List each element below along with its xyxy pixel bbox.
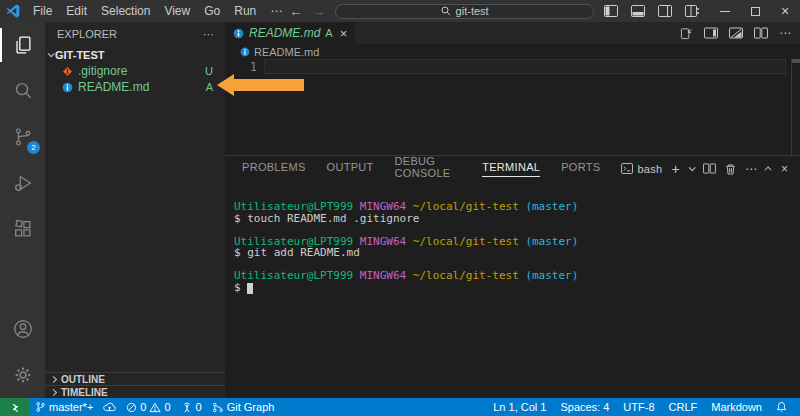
- activity-bar: 2: [0, 22, 45, 398]
- menu-go[interactable]: Go: [197, 4, 227, 18]
- terminal-cursor: [247, 283, 253, 294]
- activity-source-control[interactable]: 2: [0, 114, 45, 160]
- breadcrumb-item[interactable]: README.md: [254, 46, 319, 58]
- toggle-secondary-sidebar-icon[interactable]: [658, 5, 672, 17]
- navigate-back-icon[interactable]: ←: [289, 4, 302, 19]
- editor-tab-bar: README.md A × ⋯: [225, 22, 800, 44]
- outline-label: OUTLINE: [61, 374, 105, 385]
- tab-git-badge: A: [325, 27, 332, 39]
- open-changes-icon[interactable]: [680, 27, 693, 40]
- activity-settings[interactable]: [0, 352, 45, 398]
- new-terminal-icon[interactable]: +: [672, 162, 680, 176]
- annotation-arrow-tail: [233, 79, 304, 91]
- search-icon: [441, 6, 451, 16]
- terminal-output[interactable]: Utilisateur@LPT999MINGW64~/local/git-tes…: [225, 181, 800, 305]
- indentation-status[interactable]: Spaces: 4: [553, 401, 616, 413]
- maximize-panel-icon[interactable]: [765, 166, 772, 173]
- terminal-dropdown-icon[interactable]: [689, 164, 696, 171]
- outline-section[interactable]: OUTLINE: [45, 372, 225, 385]
- kill-terminal-trash-icon[interactable]: [725, 163, 736, 175]
- notifications-bell-icon[interactable]: [769, 401, 794, 413]
- search-icon: [12, 80, 34, 102]
- file-row-gitignore[interactable]: .gitignore U: [45, 63, 225, 79]
- terminal-shell-selector[interactable]: bash: [621, 163, 662, 175]
- open-preview-icon[interactable]: [704, 27, 718, 39]
- warning-icon: [149, 402, 161, 413]
- activity-extensions[interactable]: [0, 206, 45, 252]
- breadcrumb[interactable]: README.md: [225, 44, 800, 59]
- panel-more-actions-icon[interactable]: ⋯: [745, 162, 758, 176]
- panel-tab-output[interactable]: OUTPUT: [327, 161, 374, 177]
- ports-count: 0: [196, 401, 202, 413]
- bottom-panel: PROBLEMS OUTPUT DEBUG CONSOLE TERMINAL P…: [225, 155, 800, 398]
- split-editor-icon[interactable]: [754, 27, 768, 39]
- terminal-block: Utilisateur@LPT999MINGW64~/local/git-tes…: [234, 236, 800, 259]
- run-debug-icon: [12, 172, 34, 194]
- git-branch-status[interactable]: master*+: [30, 401, 98, 413]
- tab-close-icon[interactable]: ×: [340, 27, 348, 40]
- timeline-section[interactable]: TIMELINE: [45, 385, 225, 398]
- forwarded-ports-status[interactable]: 0: [176, 401, 207, 413]
- activity-search[interactable]: [0, 68, 45, 114]
- preview-side-icon[interactable]: [729, 27, 743, 39]
- publish-changes-button[interactable]: [98, 402, 121, 412]
- split-terminal-icon[interactable]: [703, 163, 716, 174]
- eol-status[interactable]: CRLF: [662, 401, 705, 413]
- menu-bar: File Edit Selection View Go Run ⋯: [26, 4, 289, 18]
- terminal-icon: [621, 163, 633, 174]
- menu-run[interactable]: Run: [227, 4, 263, 18]
- editor-more-actions-icon[interactable]: ⋯: [779, 26, 791, 40]
- tab-readme[interactable]: README.md A ×: [225, 22, 355, 44]
- panel-tab-terminal[interactable]: TERMINAL: [482, 161, 540, 177]
- terminal-input-line[interactable]: $: [234, 282, 800, 294]
- file-row-readme[interactable]: README.md A: [45, 79, 225, 95]
- activity-accounts[interactable]: [0, 306, 45, 352]
- file-name: README.md: [78, 80, 149, 94]
- search-value: git-test: [456, 5, 489, 17]
- toggle-panel-icon[interactable]: [631, 5, 645, 17]
- activity-run-debug[interactable]: [0, 160, 45, 206]
- window-close-button[interactable]: ×: [770, 0, 800, 22]
- customize-layout-icon[interactable]: [685, 5, 700, 17]
- folder-section-git-test[interactable]: GIT-TEST: [45, 46, 225, 63]
- panel-tab-debug-console[interactable]: DEBUG CONSOLE: [395, 155, 462, 183]
- close-panel-icon[interactable]: ×: [781, 162, 789, 176]
- menu-selection[interactable]: Selection: [94, 4, 157, 18]
- chevron-right-icon: [50, 388, 57, 395]
- navigate-forward-icon[interactable]: →: [312, 4, 325, 19]
- panel-tab-ports[interactable]: PORTS: [561, 161, 600, 177]
- menu-overflow[interactable]: ⋯: [263, 4, 289, 18]
- language-mode-status[interactable]: Markdown: [704, 401, 769, 413]
- cloud-upload-icon: [103, 402, 116, 412]
- line-number: 1: [225, 60, 257, 74]
- activity-explorer[interactable]: [0, 22, 45, 68]
- error-icon: [126, 402, 137, 413]
- cursor-position-status[interactable]: Ln 1, Col 1: [486, 401, 553, 413]
- editor-scrollbar-slider[interactable]: [792, 59, 800, 63]
- explorer-title: EXPLORER: [57, 28, 117, 40]
- files-icon: [12, 34, 34, 56]
- menu-file[interactable]: File: [26, 4, 59, 18]
- folder-section-label: GIT-TEST: [55, 49, 105, 61]
- editor-pane[interactable]: 1: [225, 59, 800, 155]
- panel-tab-problems[interactable]: PROBLEMS: [242, 161, 306, 177]
- tab-label: README.md: [249, 26, 320, 40]
- command-center-search[interactable]: git-test: [335, 4, 594, 19]
- chevron-down-icon: [48, 50, 55, 57]
- menu-view[interactable]: View: [157, 4, 197, 18]
- menu-edit[interactable]: Edit: [59, 4, 94, 18]
- terminal-prompt-line: Utilisateur@LPT999MINGW64~/local/git-tes…: [234, 201, 800, 213]
- remote-icon: [10, 402, 21, 413]
- annotation-arrow: [217, 74, 305, 96]
- remote-indicator-button[interactable]: [0, 398, 30, 416]
- window-maximize-button[interactable]: [740, 0, 770, 22]
- annotation-arrow-head-icon: [217, 74, 234, 96]
- explorer-more-actions-icon[interactable]: ⋯: [203, 28, 215, 41]
- toggle-sidebar-icon[interactable]: [604, 5, 618, 17]
- encoding-status[interactable]: UTF-8: [616, 401, 661, 413]
- window-minimize-button[interactable]: [710, 0, 740, 22]
- extensions-icon: [12, 218, 34, 240]
- git-graph-button[interactable]: Git Graph: [207, 401, 280, 413]
- info-file-icon: [233, 28, 244, 39]
- problems-status[interactable]: 0 0: [121, 401, 175, 413]
